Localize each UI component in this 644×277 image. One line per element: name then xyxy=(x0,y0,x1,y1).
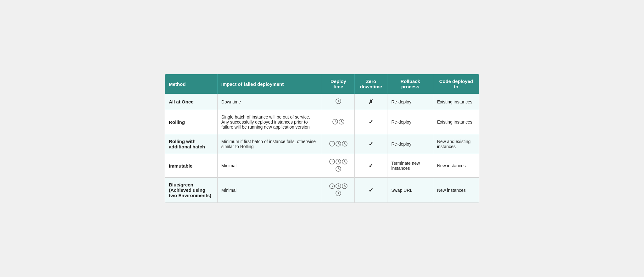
svg-line-17 xyxy=(345,144,346,144)
clock-icon xyxy=(329,183,335,189)
col-header-impact: Impact of failed deployment xyxy=(217,74,322,94)
cell-rollback: Re-deploy xyxy=(387,110,433,134)
table-row: All at OnceDowntime ✗Re-deployExisting i… xyxy=(165,94,479,110)
svg-line-23 xyxy=(338,162,339,162)
clock-icon xyxy=(336,159,341,164)
svg-line-2 xyxy=(338,101,339,102)
cell-method: Immutable xyxy=(165,154,217,178)
x-mark: ✗ xyxy=(369,99,373,105)
cell-deploy-time xyxy=(322,134,355,154)
cell-rollback: Swap URL xyxy=(387,178,433,203)
svg-line-11 xyxy=(332,144,333,144)
cell-deploy-time xyxy=(322,154,355,178)
cell-zero-downtime: ✓ xyxy=(355,178,387,203)
cell-impact: Downtime xyxy=(217,94,322,110)
deployment-comparison-table: Method Impact of failed deployment Deplo… xyxy=(165,74,479,203)
cell-code-deployed-to: New instances xyxy=(433,178,479,203)
col-header-zero-downtime: Zero downtime xyxy=(355,74,387,94)
cell-method: Blue/green (Achieved using two Environme… xyxy=(165,178,217,203)
cell-method: All at Once xyxy=(165,94,217,110)
cell-deploy-time xyxy=(322,178,355,203)
clock-icon xyxy=(336,183,341,189)
col-header-method: Method xyxy=(165,74,217,94)
svg-line-8 xyxy=(341,122,342,122)
clock-icon xyxy=(336,141,341,147)
cell-zero-downtime: ✓ xyxy=(355,154,387,178)
cell-impact: Single batch of instance will be out of … xyxy=(217,110,322,134)
svg-line-41 xyxy=(338,193,339,194)
clock-icon xyxy=(342,183,347,189)
table-row: ImmutableMinimal ✓Terminate new instance… xyxy=(165,154,479,178)
cell-code-deployed-to: Existing instances xyxy=(433,94,479,110)
cell-zero-downtime: ✓ xyxy=(355,134,387,154)
cell-rollback: Re-deploy xyxy=(387,94,433,110)
clock-icon xyxy=(342,141,347,147)
svg-line-32 xyxy=(332,186,333,187)
col-header-code-deployed: Code deployed to xyxy=(433,74,479,94)
check-mark: ✓ xyxy=(369,119,373,125)
clock-icon xyxy=(339,119,344,125)
clock-icon xyxy=(336,166,341,172)
cell-rollback: Terminate new instances xyxy=(387,154,433,178)
svg-line-38 xyxy=(345,186,346,187)
svg-line-26 xyxy=(345,162,346,162)
table-row: Rolling with additional batchMinimum if … xyxy=(165,134,479,154)
svg-line-20 xyxy=(332,162,333,162)
cell-zero-downtime: ✗ xyxy=(355,94,387,110)
check-mark: ✓ xyxy=(369,163,373,169)
clock-icon xyxy=(336,98,341,104)
table-header-row: Method Impact of failed deployment Deplo… xyxy=(165,74,479,94)
cell-code-deployed-to: Existing instances xyxy=(433,110,479,134)
cell-deploy-time xyxy=(322,110,355,134)
table-row: RollingSingle batch of instance will be … xyxy=(165,110,479,134)
cell-method: Rolling xyxy=(165,110,217,134)
svg-line-29 xyxy=(338,169,339,169)
col-header-rollback: Rollback process xyxy=(387,74,433,94)
clock-icon xyxy=(329,141,335,147)
svg-line-35 xyxy=(338,186,339,187)
cell-impact: Minimal xyxy=(217,178,322,203)
cell-code-deployed-to: New and existing instances xyxy=(433,134,479,154)
cell-impact: Minimum if first batch of instance fails… xyxy=(217,134,322,154)
cell-deploy-time xyxy=(322,94,355,110)
cell-code-deployed-to: New instances xyxy=(433,154,479,178)
cell-zero-downtime: ✓ xyxy=(355,110,387,134)
check-mark: ✓ xyxy=(369,141,373,147)
check-mark: ✓ xyxy=(369,187,373,193)
col-header-deploy-time: Deploy time xyxy=(322,74,355,94)
cell-method: Rolling with additional batch xyxy=(165,134,217,154)
svg-line-14 xyxy=(338,144,339,144)
clock-icon xyxy=(332,119,338,125)
cell-rollback: Re-deploy xyxy=(387,134,433,154)
table-row: Blue/green (Achieved using two Environme… xyxy=(165,178,479,203)
clock-icon xyxy=(342,159,347,164)
cell-impact: Minimal xyxy=(217,154,322,178)
clock-icon xyxy=(336,191,341,196)
clock-icon xyxy=(329,159,335,164)
svg-line-5 xyxy=(335,122,336,122)
